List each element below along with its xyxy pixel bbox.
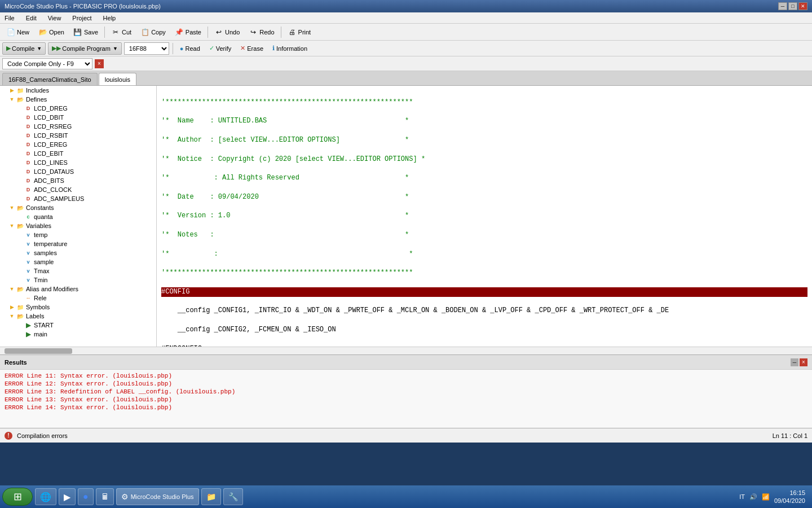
taskbar-app3[interactable]: 🔧	[223, 488, 243, 505]
define-icon-5: D	[24, 141, 33, 148]
code-line-6: '* Date : 09/04/2020 *	[161, 192, 807, 202]
lang-indicator: IT	[739, 493, 745, 500]
const-quanta[interactable]: c quanta	[0, 212, 156, 221]
maximize-button[interactable]: □	[788, 2, 797, 10]
results-header-label: Results	[5, 359, 27, 366]
tree-variables[interactable]: ▼ 📂 Variables	[0, 221, 156, 230]
label-START[interactable]: ▶ START	[0, 321, 156, 330]
var-temp[interactable]: v temp	[0, 230, 156, 239]
define-ADC_BITS[interactable]: D ADC_BITS	[0, 176, 156, 185]
erase-label: Erase	[247, 45, 263, 52]
menu-view[interactable]: View	[46, 14, 64, 23]
title-text: MicroCode Studio Plus - PICBASIC PRO (lo…	[5, 3, 161, 10]
variables-label: Variables	[25, 222, 51, 229]
define-LCD_DBIT[interactable]: D LCD_DBIT	[0, 113, 156, 122]
compile-button[interactable]: ▶ Compile ▼	[2, 42, 46, 55]
verify-label: Verify	[216, 45, 232, 52]
compile-mode-select[interactable]: Code Compile Only - F9	[2, 58, 92, 69]
var-temperature[interactable]: v temperature	[0, 239, 156, 248]
taskbar-media[interactable]: ▶	[59, 488, 76, 505]
chip-select[interactable]: 16F88	[124, 42, 169, 55]
open-label: Open	[49, 29, 64, 36]
results-minimize[interactable]: ─	[791, 358, 798, 366]
alias-expander[interactable]: ▼	[8, 285, 16, 293]
code-line-4: '* Notice : Copyright (c) 2020 [select V…	[161, 155, 807, 164]
label-icon-start: ▶	[24, 321, 33, 329]
tree-alias[interactable]: ▼ 📂 Alias and Modifiers	[0, 284, 156, 294]
var-tmin[interactable]: v Tmin	[0, 275, 156, 284]
code-area[interactable]: '***************************************…	[157, 86, 812, 347]
define-icon-7: D	[24, 159, 33, 167]
variables-expander[interactable]: ▼	[8, 222, 16, 230]
open-button[interactable]: 📂 Open	[34, 25, 68, 39]
labels-expander[interactable]: ▼	[8, 312, 16, 320]
start-button[interactable]: ⊞	[2, 488, 33, 506]
tab-file2[interactable]: louislouis	[99, 73, 136, 85]
menu-project[interactable]: Project	[70, 14, 94, 23]
taskbar-app2[interactable]: 📁	[201, 488, 221, 505]
tree-labels[interactable]: ▼ 📂 Labels	[0, 312, 156, 321]
includes-expander[interactable]: ▶	[8, 86, 16, 94]
results-content[interactable]: ERROR Line 11: Syntax error. (louislouis…	[0, 370, 812, 428]
paste-button[interactable]: 📌 Paste	[171, 25, 205, 39]
compile-program-button[interactable]: ▶▶ Compile Program ▼	[48, 42, 122, 55]
compile-mode-close[interactable]: ×	[95, 59, 104, 68]
print-button[interactable]: 🖨 Print	[284, 25, 315, 39]
define-LCD_RSREG[interactable]: D LCD_RSREG	[0, 122, 156, 131]
define-icon-4: D	[24, 132, 33, 139]
tree-symbols[interactable]: ▶ 📁 Symbols	[0, 303, 156, 312]
tree-defines[interactable]: ▼ 📂 Defines	[0, 95, 156, 104]
tree-constants[interactable]: ▼ 📂 Constants	[0, 203, 156, 212]
menu-file[interactable]: File	[2, 14, 17, 23]
define-ADC_CLOCK[interactable]: D ADC_CLOCK	[0, 185, 156, 194]
read-button[interactable]: ● Read	[176, 42, 204, 55]
label-main[interactable]: ▶ main	[0, 330, 156, 339]
save-button[interactable]: 💾 Save	[69, 25, 102, 39]
erase-button[interactable]: ✕ Erase	[237, 42, 267, 55]
menu-help[interactable]: Help	[101, 14, 118, 23]
minimize-button[interactable]: ─	[778, 2, 787, 10]
var-tmax[interactable]: v Tmax	[0, 266, 156, 275]
symbols-expander[interactable]: ▶	[8, 303, 16, 311]
copy-button[interactable]: 📋 Copy	[136, 25, 170, 39]
taskbar-chrome[interactable]: ●	[78, 488, 94, 505]
horizontal-scrollbar[interactable]	[0, 347, 812, 354]
save-label: Save	[84, 29, 98, 36]
define-LCD_EREG[interactable]: D LCD_EREG	[0, 140, 156, 149]
results-panel: Results ─ × ERROR Line 11: Syntax error.…	[0, 354, 812, 428]
var-samples[interactable]: v samples	[0, 248, 156, 257]
alias-rele[interactable]: ↔ Rele	[0, 294, 156, 303]
define-LCD_DATAUS[interactable]: D LCD_DATAUS	[0, 167, 156, 176]
results-close[interactable]: ×	[800, 358, 807, 366]
define-LCD_DREG[interactable]: D LCD_DREG	[0, 104, 156, 113]
define-ADC_SAMPLEUS[interactable]: D ADC_SAMPLEUS	[0, 194, 156, 203]
print-icon: 🖨	[288, 28, 297, 37]
constants-expander[interactable]: ▼	[8, 204, 16, 212]
redo-button[interactable]: ↪ Redo	[245, 25, 278, 39]
defines-expander[interactable]: ▼	[8, 95, 16, 103]
information-button[interactable]: ℹ Information	[269, 42, 311, 55]
define-LCD_RSBIT[interactable]: D LCD_RSBIT	[0, 131, 156, 140]
compile-program-arrow: ▼	[113, 46, 118, 51]
verify-button[interactable]: ✓ Verify	[206, 42, 235, 55]
new-button[interactable]: 📄 New	[2, 25, 33, 39]
tree-includes[interactable]: ▶ 📁 Includes	[0, 86, 156, 95]
cut-button[interactable]: ✂ Cut	[107, 25, 135, 39]
taskbar-ie[interactable]: 🌐	[35, 488, 56, 505]
paste-label: Paste	[186, 29, 201, 36]
close-button[interactable]: ✕	[798, 2, 807, 10]
hscroll-thumb[interactable]	[5, 348, 72, 354]
code-line-2: '* Name : UNTITLED.BAS *	[161, 116, 807, 126]
define-LCD_EBIT[interactable]: D LCD_EBIT	[0, 149, 156, 158]
menu-edit[interactable]: Edit	[24, 14, 39, 23]
app3-icon: 🔧	[228, 492, 238, 501]
undo-button[interactable]: ↩ Undo	[210, 25, 244, 39]
define-LCD_LINES[interactable]: D LCD_LINES	[0, 158, 156, 167]
taskbar-running-app[interactable]: ⚙ MicroCode Studio Plus	[116, 488, 199, 505]
var-sample[interactable]: v sample	[0, 257, 156, 266]
var-icon-6: v	[24, 276, 33, 284]
tree-panel: ▶ 📁 Includes ▼ 📂 Defines D LCD_DREG D LC…	[0, 86, 157, 347]
tab-file1[interactable]: 16F88_CameraClimatica_Sito	[2, 73, 98, 85]
error-1: ERROR Line 11: Syntax error. (louislouis…	[5, 372, 807, 380]
taskbar-calc[interactable]: 🖩	[96, 488, 114, 505]
